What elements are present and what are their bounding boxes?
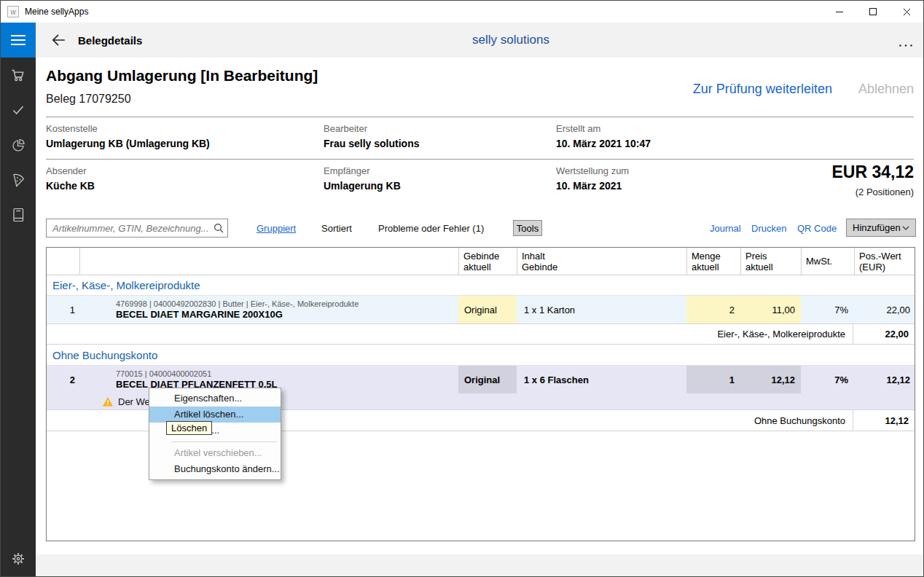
- hamburger-menu-button[interactable]: [1, 23, 36, 58]
- menu-item-buchungskonto-aendern[interactable]: Buchungskonto ändern...: [149, 461, 281, 477]
- menge-cell[interactable]: 1: [686, 366, 740, 393]
- sidebar-item-reports[interactable]: [1, 127, 36, 162]
- inhalt-cell: 1 x 6 Flaschen: [517, 366, 686, 393]
- menge-cell[interactable]: 2: [686, 296, 740, 323]
- col-article: [79, 248, 458, 275]
- app-header: Belegdetails selly solutions: [36, 23, 923, 58]
- sidebar-item-cart[interactable]: [1, 58, 36, 93]
- checkmark-icon: [9, 101, 27, 119]
- gear-icon: [9, 550, 27, 568]
- article-name: BECEL DIAET MARGARINE 200X10G: [116, 309, 283, 320]
- document-total: EUR 34,12 (2 Positionen): [831, 162, 914, 197]
- pie-chart-icon: [9, 136, 27, 154]
- col-menge: Mengeaktuell: [686, 248, 740, 275]
- total-positions: (2 Positionen): [831, 187, 914, 197]
- article-meta: 4769998 | 04000492002830 | Butter | Eier…: [116, 299, 359, 308]
- col-mwst: MwSt.: [801, 248, 854, 275]
- preis-cell[interactable]: 12,12: [740, 366, 801, 393]
- divider: [46, 159, 914, 160]
- field-wertstellung: Wertstellung zum 10. März 2021: [556, 165, 629, 192]
- drucken-link[interactable]: Drucken: [751, 223, 786, 234]
- sidebar-item-food[interactable]: [1, 162, 36, 197]
- pizza-slice-icon: [9, 171, 27, 189]
- tooltip: Löschen: [166, 421, 212, 435]
- menu-item-eigenschaften[interactable]: Eigenschaften...: [149, 390, 281, 407]
- warning-icon: [103, 397, 113, 407]
- submit-for-review-button[interactable]: Zur Prüfung weiterleiten: [693, 82, 832, 97]
- qr-code-link[interactable]: QR Code: [797, 223, 837, 234]
- menu-item-artikel-loeschen[interactable]: Artikel löschen...: [149, 407, 281, 423]
- document-actions: Zur Prüfung weiterleiten Ablehnen: [693, 82, 914, 97]
- group-subtotal: Eier-, Käse-, Molkereiprodukte 22,00: [47, 323, 915, 345]
- group-header: Eier-, Käse-, Molkereiprodukte: [47, 275, 915, 296]
- divider: [46, 117, 914, 117]
- add-dropdown-button[interactable]: Hinzufügen: [846, 219, 916, 237]
- article-meta: 770015 | 04000400002051: [116, 369, 211, 378]
- gebinde-cell[interactable]: Original: [458, 366, 517, 393]
- minimize-button[interactable]: [823, 1, 856, 23]
- app-icon: w: [7, 6, 19, 17]
- field-erstellt-am: Erstellt am 10. März 2021 10:47: [556, 123, 651, 149]
- preis-cell[interactable]: 11,00: [740, 296, 801, 323]
- more-button[interactable]: [898, 37, 913, 50]
- ellipsis-icon: [898, 44, 913, 47]
- search-box: [46, 219, 228, 238]
- reject-button[interactable]: Ablehnen: [858, 82, 914, 97]
- mwst-cell: 7%: [801, 366, 854, 393]
- table-header-row: Gebindeaktuell InhaltGebinde Mengeaktuel…: [47, 248, 915, 275]
- search-icon: [214, 223, 224, 233]
- mwst-cell: 7%: [801, 296, 854, 323]
- menu-separator: [171, 441, 278, 442]
- filter-gruppiert[interactable]: Gruppiert: [257, 223, 296, 234]
- field-empfaenger: Empfänger Umlagerung KB: [324, 165, 401, 192]
- gebinde-cell[interactable]: Original: [458, 296, 517, 323]
- maximize-button[interactable]: [856, 1, 890, 23]
- back-button[interactable]: [47, 29, 69, 51]
- document-number: Beleg 17079250: [46, 93, 131, 106]
- field-absender: Absender Küche KB: [46, 165, 95, 192]
- search-input[interactable]: [46, 219, 228, 238]
- sidebar-item-check[interactable]: [1, 93, 36, 127]
- col-poswert: Pos.-Wert(EUR): [854, 248, 916, 275]
- content-area: Abgang Umlagerung [In Bearbeitung] Beleg…: [36, 58, 923, 554]
- chevron-down-icon: [902, 226, 909, 230]
- col-num: [47, 248, 79, 275]
- tools-button[interactable]: Tools: [513, 220, 542, 236]
- close-icon: [903, 8, 911, 16]
- window-controls: [823, 1, 923, 23]
- sidebar-item-settings[interactable]: [1, 541, 36, 576]
- close-button[interactable]: [890, 1, 923, 23]
- document-title: Abgang Umlagerung [In Bearbeitung]: [46, 67, 318, 85]
- col-inhalt: InhaltGebinde: [517, 248, 686, 275]
- col-preis: Preisaktuell: [740, 248, 801, 275]
- window-title: Meine sellyApps: [25, 7, 88, 17]
- book-icon: [9, 206, 27, 224]
- field-bearbeiter: Bearbeiter Frau selly solutions: [324, 123, 419, 149]
- sidebar-item-catalog[interactable]: [1, 197, 36, 232]
- sidebar: [1, 23, 36, 576]
- menu-item-artikel-verschieben: Artikel verschieben...: [149, 445, 281, 461]
- shopping-cart-icon: [9, 66, 27, 84]
- field-kostenstelle: Kostenstelle Umlagerung KB (Umlagerung K…: [46, 123, 210, 149]
- total-amount: EUR 34,12: [831, 162, 914, 182]
- inhalt-cell: 1 x 1 Karton: [517, 296, 686, 323]
- poswert-cell: 12,12: [854, 366, 916, 393]
- titlebar: w Meine sellyApps: [1, 1, 923, 23]
- app-window: w Meine sellyApps: [0, 0, 924, 577]
- minimize-icon: [836, 12, 843, 12]
- page-title: Belegdetails: [78, 34, 142, 47]
- filter-probleme[interactable]: Probleme oder Fehler (1): [378, 223, 484, 234]
- journal-link[interactable]: Journal: [710, 223, 741, 234]
- poswert-cell: 22,00: [854, 296, 916, 323]
- group-header: Ohne Buchungskonto: [47, 345, 915, 366]
- col-gebinde: Gebindeaktuell: [458, 248, 517, 275]
- filter-sortiert[interactable]: Sortiert: [321, 223, 352, 234]
- brand-title: selly solutions: [36, 33, 923, 47]
- table-row[interactable]: 1 4769998 | 04000492002830 | Butter | Ei…: [47, 296, 915, 323]
- bottom-bar: [36, 554, 923, 576]
- back-arrow-icon: [50, 32, 66, 48]
- maximize-icon: [869, 8, 877, 15]
